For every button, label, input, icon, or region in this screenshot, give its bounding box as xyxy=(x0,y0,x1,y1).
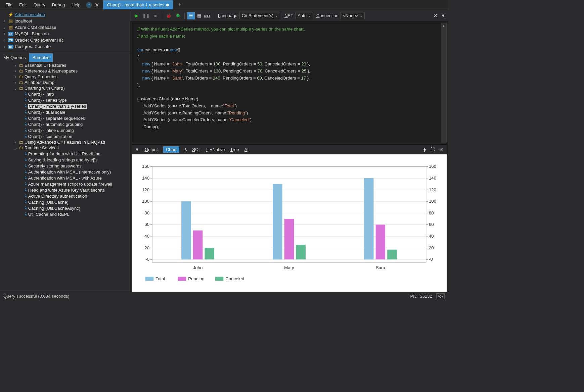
editor-scrollbar[interactable]: ▲ xyxy=(441,23,446,143)
view-grid-button[interactable]: ▦ xyxy=(195,12,203,19)
results-collapse-icon[interactable]: ▼ xyxy=(135,147,139,152)
tree-item[interactable]: λChart() - customization xyxy=(4,133,130,139)
tree-item[interactable]: λAzure management script to update firew… xyxy=(4,181,130,187)
tab-chart[interactable]: Chart xyxy=(163,146,179,153)
connections-panel: ⚡ Add connection ›▤localhost›▤Azure CMS … xyxy=(0,10,130,51)
editor-area: ▶ ❚❚ ■ 🐞 🪲 ☰ ▦ NET Language C# Statement… xyxy=(130,10,448,292)
connection-item[interactable]: ›▤Azure CMS database xyxy=(3,24,127,31)
chevron-right-icon: › xyxy=(3,44,7,49)
menu-edit[interactable]: Edit xyxy=(16,1,30,9)
sort-icon[interactable]: ▲▼ xyxy=(423,147,426,152)
item-label: Securely storing passwords xyxy=(28,163,82,168)
tree-item[interactable]: λChart() - separate sequences xyxy=(4,115,130,121)
svg-rect-50 xyxy=(273,184,282,259)
connection-item[interactable]: ›EFMySQL: Blogs db xyxy=(3,31,127,37)
menu-debug[interactable]: Debug xyxy=(49,1,68,9)
item-label: Util.Cache and REPL xyxy=(28,212,70,217)
toolbar-chevron-icon[interactable]: ▼ xyxy=(441,13,445,18)
results-tabs: ▼ Output Chart λ SQL IL+Native Tree AI ▲… xyxy=(132,144,447,154)
tree-folder[interactable]: ›🗀All about Dump xyxy=(4,80,130,85)
tab-lambda[interactable]: λ xyxy=(185,147,187,152)
scroll-up-icon[interactable]: ▲ xyxy=(441,23,446,29)
results-close-icon[interactable]: ✕ xyxy=(439,147,443,153)
tab-samples[interactable]: Samples xyxy=(29,53,53,62)
lambda-icon: λ xyxy=(25,151,27,156)
pause-button[interactable]: ❚❚ xyxy=(142,12,150,19)
connection-item[interactable]: ›EFOracle: OracleServer.HR xyxy=(3,37,127,43)
bug-alt-icon[interactable]: 🪲 xyxy=(174,12,182,19)
tab-tree[interactable]: Tree xyxy=(230,147,239,152)
tree-item[interactable]: λAuthentication with MSAL (interactive o… xyxy=(4,169,130,175)
tree-folder[interactable]: ⌄🗀Charting with Chart() xyxy=(4,85,130,91)
item-label: Prompting for data with Util.ReadLine xyxy=(28,151,100,156)
add-connection-link[interactable]: ⚡ Add connection xyxy=(3,11,127,18)
tree-item[interactable]: λRead and write Azure Key Vault secrets xyxy=(4,187,130,193)
connection-label: Oracle: OracleServer.HR xyxy=(15,38,63,43)
tree-item[interactable]: λSaving & loading strings and byte[]s xyxy=(4,157,130,163)
connection-label: Connection xyxy=(316,13,339,18)
tree-item[interactable]: λChart() - inline dumping xyxy=(4,127,130,133)
sidebar: ⚡ Add connection ›▤localhost›▤Azure CMS … xyxy=(0,10,130,292)
menu-help[interactable]: Help xyxy=(68,1,84,9)
tree-folder[interactable]: ›🗀References & Namespaces xyxy=(4,68,130,74)
connection-item[interactable]: ›▤localhost xyxy=(3,18,127,24)
results-view-group: ☰ ▦ NET xyxy=(187,12,211,19)
help-icon[interactable]: ? xyxy=(86,2,92,8)
svg-rect-55 xyxy=(376,225,386,259)
add-tab-button[interactable]: ＋ xyxy=(173,0,186,10)
tab-my-queries[interactable]: My Queries xyxy=(0,53,29,62)
item-label: Caching (Util.Cache) xyxy=(28,200,69,205)
tree-item[interactable]: λChart() - intro xyxy=(4,91,130,97)
tree-item[interactable]: λChart() - more than 1 y-series xyxy=(4,103,130,109)
svg-rect-54 xyxy=(364,178,374,259)
lambda-icon: λ xyxy=(25,134,27,139)
language-select[interactable]: C# Statement(s) xyxy=(239,12,280,19)
tab-il[interactable]: IL+Native xyxy=(206,147,225,152)
connection-label: Postgres: Consoto xyxy=(15,44,51,49)
stop-button[interactable]: ■ xyxy=(152,12,159,19)
menu-bar: File Edit Query Debug Help ? ✕ Chart() -… xyxy=(0,0,448,10)
tab-sql[interactable]: SQL xyxy=(192,147,201,152)
menu-file[interactable]: File xyxy=(2,1,16,9)
net-select[interactable]: Auto xyxy=(295,12,313,19)
tree-item[interactable]: λActive Directory authentication xyxy=(4,193,130,199)
tree-folder[interactable]: ›🗀Query Properties xyxy=(4,74,130,80)
bug-icon[interactable]: 🐞 xyxy=(165,12,172,19)
item-label: Active Directory authentication xyxy=(28,194,87,199)
tree-item[interactable]: λChart() - dual scale xyxy=(4,109,130,115)
tree-folder[interactable]: ›🗀Using Advanced C# Features in LINQPad xyxy=(4,139,130,145)
svg-rect-46 xyxy=(181,201,191,259)
svg-text:120: 120 xyxy=(142,187,149,192)
connection-select[interactable]: <None> xyxy=(341,12,365,19)
folder-label: Charting with Chart() xyxy=(25,86,65,91)
view-rich-button[interactable]: ☰ xyxy=(187,12,195,19)
document-tab-active[interactable]: Chart() - more than 1 y-series xyxy=(103,0,173,9)
tree-folder[interactable]: ⌄🗀Runtime Services xyxy=(4,145,130,151)
view-text-button[interactable]: NET xyxy=(204,12,211,19)
lambda-icon: λ xyxy=(25,175,27,181)
code-editor[interactable]: // With the fluent AddYSeries method, yo… xyxy=(132,23,447,143)
database-icon: ▤ xyxy=(8,25,13,30)
chevron-right-icon: › xyxy=(13,80,17,85)
tree-item[interactable]: λCaching (Util.CacheAsync) xyxy=(4,205,130,211)
svg-rect-60 xyxy=(178,277,186,281)
tree-item[interactable]: λChart() - automatic grouping xyxy=(4,121,130,127)
expand-icon[interactable]: ⛶ xyxy=(431,147,435,152)
menu-query[interactable]: Query xyxy=(30,1,48,9)
close-panel-icon[interactable]: ✕ xyxy=(95,2,99,8)
lambda-icon: λ xyxy=(25,115,27,121)
svg-text:120: 120 xyxy=(429,187,436,192)
tree-folder[interactable]: ›🗀Essential UI Features xyxy=(4,62,130,68)
tree-item[interactable]: λSecurely storing passwords xyxy=(4,163,130,169)
tree-item[interactable]: λUtil.Cache and REPL xyxy=(4,211,130,217)
tree-item[interactable]: λAuthentication with MSAL - with Azure xyxy=(4,175,130,181)
run-button[interactable]: ▶ xyxy=(133,12,140,19)
tab-ai[interactable]: AI xyxy=(244,147,249,152)
tree-item[interactable]: λChart() - series type xyxy=(4,97,130,103)
toolbar-close-icon[interactable]: ✕ xyxy=(433,13,438,19)
svg-text:60: 60 xyxy=(144,222,149,227)
connection-item[interactable]: ›EFPostgres: Consoto xyxy=(3,43,127,50)
tab-output[interactable]: Output xyxy=(145,147,158,152)
tree-item[interactable]: λCaching (Util.Cache) xyxy=(4,199,130,205)
tree-item[interactable]: λPrompting for data with Util.ReadLine xyxy=(4,151,130,157)
